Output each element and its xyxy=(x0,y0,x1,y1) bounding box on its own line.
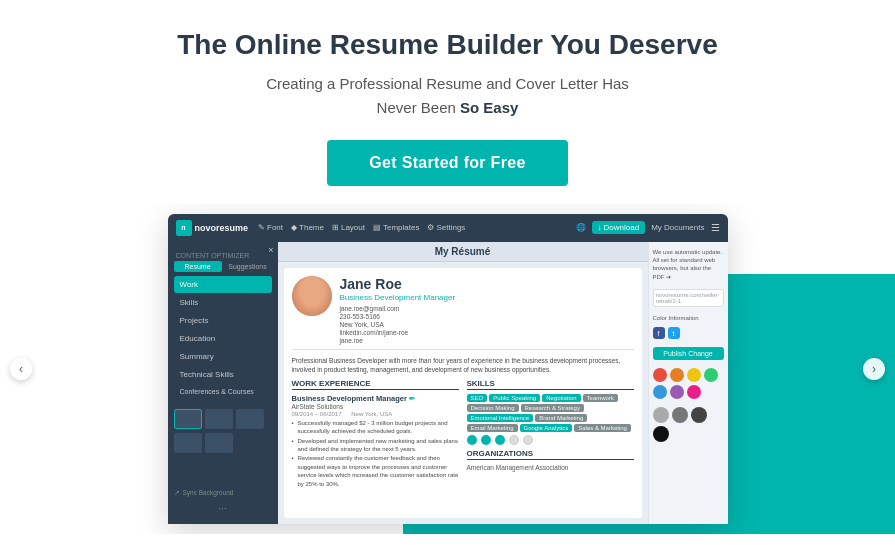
toolbar-layout[interactable]: ⊞ Layout xyxy=(332,223,365,232)
logo-box: n xyxy=(176,220,192,236)
sidebar-close-button[interactable]: × xyxy=(268,245,273,255)
publish-change-button[interactable]: Publish Change xyxy=(653,347,724,360)
swatch-grey1[interactable] xyxy=(653,407,669,423)
toolbar-templates[interactable]: ▤ Templates xyxy=(373,223,419,232)
sidebar-item-education[interactable]: Education xyxy=(174,330,272,347)
download-button[interactable]: ↓ Download xyxy=(592,221,646,234)
skill-emotional: Emotional Intelligence xyxy=(467,414,534,422)
sidebar-tab-resume[interactable]: Resume xyxy=(174,261,222,272)
skill-sales: Sales & Marketing xyxy=(574,424,631,432)
work-experience-col: WORK EXPERIENCE Business Development Man… xyxy=(292,379,459,489)
skill-brand: Brand Marketing xyxy=(535,414,587,422)
thumb-2[interactable] xyxy=(205,409,233,429)
dot-3 xyxy=(495,435,505,445)
url-display: novoresume.com/seller-retrait/2-1 xyxy=(653,289,724,307)
swatch-grey3[interactable] xyxy=(691,407,707,423)
thumb-5[interactable] xyxy=(205,433,233,453)
app-main-header: My Résumé xyxy=(278,242,648,262)
toolbar-logo: n novoresume xyxy=(176,220,249,236)
resume-summary: Professional Business Developer with mor… xyxy=(292,356,634,374)
thumb-3[interactable] xyxy=(236,409,264,429)
resume-avatar xyxy=(292,276,332,316)
swatch-grey2[interactable] xyxy=(672,407,688,423)
my-documents-link[interactable]: My Documents xyxy=(651,223,704,232)
swatch-black[interactable] xyxy=(653,426,669,442)
subtitle-line1: Creating a Professional Resume and Cover… xyxy=(266,75,629,92)
skill-public-speaking: Public Speaking xyxy=(489,394,540,402)
sidebar-item-projects[interactable]: Projects xyxy=(174,312,272,329)
dot-5 xyxy=(523,435,533,445)
avatar-image xyxy=(292,276,332,316)
toolbar-nav: ✎ Font ◆ Theme ⊞ Layout ▤ Templates ⚙ Se… xyxy=(258,223,566,232)
swatch-blue[interactable] xyxy=(653,385,667,399)
toolbar-globe: 🌐 xyxy=(576,223,586,232)
skill-analytics: Google Analytics xyxy=(520,424,573,432)
app-main: My Résumé Jane Roe Business Development … xyxy=(278,242,648,524)
left-arrow[interactable]: ‹ xyxy=(10,358,32,380)
bullet-3: Reviewed constantly the customer feedbac… xyxy=(292,454,459,488)
skill-research: Research & Strategy xyxy=(521,404,584,412)
swatch-green[interactable] xyxy=(704,368,718,382)
skill-teamwork: Teamwork xyxy=(583,394,618,402)
toolbar-right: 🌐 ↓ Download My Documents ☰ xyxy=(576,221,720,234)
twitter-icon[interactable]: t xyxy=(668,327,680,339)
facebook-icon[interactable]: f xyxy=(653,327,665,339)
dot-1 xyxy=(467,435,477,445)
sidebar-section-label: Content Optimizer xyxy=(168,248,278,261)
screenshot-area: ‹ › n novoresume ✎ Font ◆ Theme ⊞ Layout… xyxy=(0,204,895,534)
sidebar-tab-suggestions[interactable]: Suggestions xyxy=(224,261,272,272)
toolbar-font[interactable]: ✎ Font xyxy=(258,223,283,232)
logo-text: novoresume xyxy=(195,223,249,233)
logo-n: n xyxy=(181,224,185,231)
sidebar-item-summary[interactable]: Summary xyxy=(174,348,272,365)
bullet-1: Successfully managed $2 - 3 million budg… xyxy=(292,419,459,436)
sidebar-item-conferences[interactable]: Conferences & Courses xyxy=(174,384,272,399)
organizations-section: ORGANIZATIONS American Management Associ… xyxy=(467,449,634,471)
skills-section-title: SKILLS xyxy=(467,379,634,390)
thumb-4[interactable] xyxy=(174,433,202,453)
sidebar-item-list: Work Skills Projects Education Summary T… xyxy=(168,276,278,399)
contact-location: New York, USA xyxy=(340,321,634,328)
thumb-row-2 xyxy=(174,433,272,453)
swatch-yellow[interactable] xyxy=(687,368,701,382)
left-sidebar: × Content Optimizer Resume Suggestions W… xyxy=(168,242,278,524)
social-icons: f t xyxy=(653,327,724,339)
swatch-pink[interactable] xyxy=(687,385,701,399)
hero-section: The Online Resume Builder You Deserve Cr… xyxy=(0,0,895,204)
color-swatches xyxy=(653,368,724,399)
sidebar-thumbnails xyxy=(168,403,278,459)
swatch-orange[interactable] xyxy=(670,368,684,382)
resume-name: Jane Roe xyxy=(340,276,634,292)
hamburger-icon[interactable]: ☰ xyxy=(711,222,720,233)
resume-document: Jane Roe Business Development Manager ja… xyxy=(284,268,642,518)
org-section-title: ORGANIZATIONS xyxy=(467,449,634,460)
toolbar-settings[interactable]: ⚙ Settings xyxy=(427,223,465,232)
contact-website: jane.roe xyxy=(340,337,634,344)
skill-tags: SEO Public Speaking Negotiation Teamwork… xyxy=(467,394,634,432)
right-panel-text: We use automatic update. All set for sta… xyxy=(653,248,724,282)
app-window: n novoresume ✎ Font ◆ Theme ⊞ Layout ▤ T… xyxy=(168,214,728,524)
contact-phone: 230-553-5166 xyxy=(340,313,634,320)
swatch-purple[interactable] xyxy=(670,385,684,399)
sidebar-tabs: Resume Suggestions xyxy=(168,261,278,272)
thumb-row-1 xyxy=(174,409,272,429)
dot-2 xyxy=(481,435,491,445)
app-body: × Content Optimizer Resume Suggestions W… xyxy=(168,242,728,524)
contact-linkedin: linkedin.com/in/jane-roe xyxy=(340,329,634,336)
sidebar-more[interactable]: ··· xyxy=(168,503,278,518)
sidebar-footer: ↗ Sync Background xyxy=(168,483,278,503)
sidebar-item-skills[interactable]: Skills xyxy=(174,294,272,311)
get-started-button[interactable]: Get Started for Free xyxy=(327,140,567,186)
sidebar-item-work[interactable]: Work xyxy=(174,276,272,293)
thumb-1[interactable] xyxy=(174,409,202,429)
swatch-red[interactable] xyxy=(653,368,667,382)
org-name: American Management Association xyxy=(467,464,634,471)
sidebar-item-technical-skills[interactable]: Technical Skills xyxy=(174,366,272,383)
work-section-title: WORK EXPERIENCE xyxy=(292,379,459,390)
bullet-2: Developed and implemented new marketing … xyxy=(292,437,459,454)
right-arrow[interactable]: › xyxy=(863,358,885,380)
skill-seo: SEO xyxy=(467,394,488,402)
toolbar-theme[interactable]: ◆ Theme xyxy=(291,223,324,232)
app-toolbar: n novoresume ✎ Font ◆ Theme ⊞ Layout ▤ T… xyxy=(168,214,728,242)
bw-swatches xyxy=(653,407,724,442)
